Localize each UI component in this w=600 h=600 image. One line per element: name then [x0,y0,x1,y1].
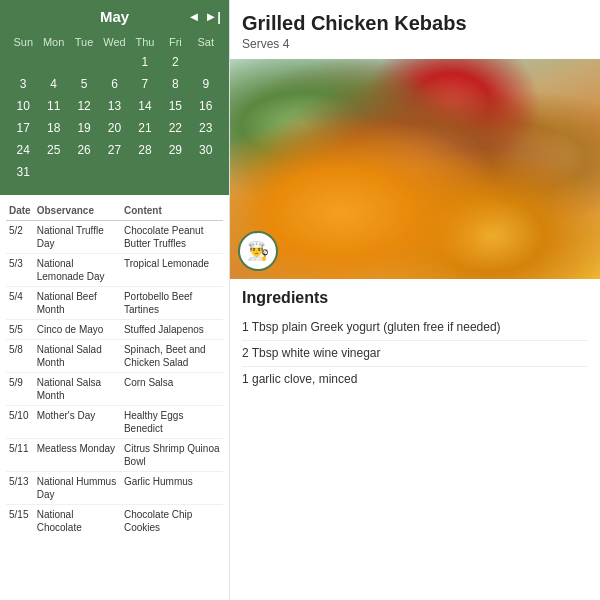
obs-cell-observance: National Chocolate [34,505,121,538]
obs-cell-observance: National Beef Month [34,287,121,320]
cal-day-header: Sun [8,33,38,51]
cal-day-21[interactable]: 21 [130,117,160,139]
obs-cell-date: 5/11 [6,439,34,472]
cal-day-30[interactable]: 30 [191,139,221,161]
table-row: 5/5Cinco de MayoStuffed Jalapenos [6,320,223,340]
cal-day-24[interactable]: 24 [8,139,38,161]
ingredients-title: Ingredients [242,289,588,307]
obs-cell-content: Corn Salsa [121,373,223,406]
obs-cell-content: Chocolate Peanut Butter Truffles [121,221,223,254]
cal-day-empty [69,161,99,183]
obs-cell-date: 5/4 [6,287,34,320]
cal-day-3[interactable]: 3 [8,73,38,95]
cal-day-6[interactable]: 6 [99,73,129,95]
cal-day-10[interactable]: 10 [8,95,38,117]
next-month-button[interactable]: ►| [204,9,221,24]
obs-cell-content: Tropical Lemonade [121,254,223,287]
table-row: 5/4National Beef MonthPortobello Beef Ta… [6,287,223,320]
table-row: 5/2National Truffle DayChocolate Peanut … [6,221,223,254]
ingredients-list: 1 Tbsp plain Greek yogurt (gluten free i… [242,315,588,391]
cal-day-header: Sat [191,33,221,51]
cal-day-4[interactable]: 4 [38,73,68,95]
prev-month-button[interactable]: ◄ [188,9,201,24]
cal-day-7[interactable]: 7 [130,73,160,95]
table-row: 5/10Mother's DayHealthy Eggs Benedict [6,406,223,439]
cal-day-empty [191,161,221,183]
cal-day-27[interactable]: 27 [99,139,129,161]
obs-cell-content: Chocolate Chip Cookies [121,505,223,538]
cal-day-empty [130,161,160,183]
obs-cell-content: Stuffed Jalapenos [121,320,223,340]
cal-day-18[interactable]: 18 [38,117,68,139]
obs-cell-content: Spinach, Beet and Chicken Salad [121,340,223,373]
cal-day-5[interactable]: 5 [69,73,99,95]
cal-day-header: Wed [99,33,129,51]
cal-day-empty [160,161,190,183]
ingredient-item: 1 garlic clove, minced [242,367,588,392]
recipe-title: Grilled Chicken Kebabs [230,0,600,37]
col-header-date: Date [6,203,34,221]
cal-day-11[interactable]: 11 [38,95,68,117]
cal-day-empty [38,51,68,73]
obs-cell-date: 5/5 [6,320,34,340]
cal-day-23[interactable]: 23 [191,117,221,139]
cal-day-header: Mon [38,33,68,51]
obs-cell-observance: National Hummus Day [34,472,121,505]
obs-cell-observance: National Salad Month [34,340,121,373]
table-row: 5/8National Salad MonthSpinach, Beet and… [6,340,223,373]
obs-cell-content: Portobello Beef Tartines [121,287,223,320]
observances-table: Date Observance Content 5/2National Truf… [6,203,223,537]
cal-day-29[interactable]: 29 [160,139,190,161]
obs-cell-date: 5/8 [6,340,34,373]
right-panel: Grilled Chicken Kebabs Serves 4 👨‍🍳 Ingr… [230,0,600,600]
month-label: May [100,8,129,25]
obs-cell-date: 5/10 [6,406,34,439]
cal-day-20[interactable]: 20 [99,117,129,139]
table-row: 5/15National ChocolateChocolate Chip Coo… [6,505,223,538]
cal-day-12[interactable]: 12 [69,95,99,117]
cal-day-empty [191,51,221,73]
table-row: 5/11Meatless MondayCitrus Shrimp Quinoa … [6,439,223,472]
cal-day-16[interactable]: 16 [191,95,221,117]
recipe-serves: Serves 4 [230,37,600,59]
calendar: May ◄ ►| SunMonTueWedThuFriSat1234567891… [0,0,229,195]
obs-cell-observance: Cinco de Mayo [34,320,121,340]
col-header-content: Content [121,203,223,221]
cal-day-13[interactable]: 13 [99,95,129,117]
table-row: 5/3National Lemonade DayTropical Lemonad… [6,254,223,287]
obs-cell-date: 5/9 [6,373,34,406]
observances-section: Date Observance Content 5/2National Truf… [0,195,229,600]
ingredients-section: Ingredients 1 Tbsp plain Greek yogurt (g… [230,279,600,401]
cal-day-15[interactable]: 15 [160,95,190,117]
calendar-header: May ◄ ►| [8,8,221,33]
obs-cell-date: 5/2 [6,221,34,254]
cal-day-1[interactable]: 1 [130,51,160,73]
cal-day-2[interactable]: 2 [160,51,190,73]
obs-cell-content: Citrus Shrimp Quinoa Bowl [121,439,223,472]
recipe-image-inner: 👨‍🍳 [230,59,600,279]
obs-cell-observance: National Lemonade Day [34,254,121,287]
table-row: 5/9National Salsa MonthCorn Salsa [6,373,223,406]
recipe-image: 👨‍🍳 [230,59,600,279]
cal-day-header: Fri [160,33,190,51]
cal-day-31[interactable]: 31 [8,161,38,183]
cal-day-17[interactable]: 17 [8,117,38,139]
cal-day-header: Thu [130,33,160,51]
cal-day-19[interactable]: 19 [69,117,99,139]
cal-day-28[interactable]: 28 [130,139,160,161]
chef-icon: 👨‍🍳 [247,240,269,262]
cal-day-header: Tue [69,33,99,51]
cal-day-25[interactable]: 25 [38,139,68,161]
obs-cell-observance: Mother's Day [34,406,121,439]
cal-day-26[interactable]: 26 [69,139,99,161]
chef-badge: 👨‍🍳 [238,231,278,271]
obs-cell-content: Healthy Eggs Benedict [121,406,223,439]
col-header-observance: Observance [34,203,121,221]
ingredient-item: 1 Tbsp plain Greek yogurt (gluten free i… [242,315,588,341]
calendar-nav[interactable]: ◄ ►| [188,9,221,24]
cal-day-empty [69,51,99,73]
cal-day-9[interactable]: 9 [191,73,221,95]
cal-day-22[interactable]: 22 [160,117,190,139]
cal-day-8[interactable]: 8 [160,73,190,95]
cal-day-14[interactable]: 14 [130,95,160,117]
